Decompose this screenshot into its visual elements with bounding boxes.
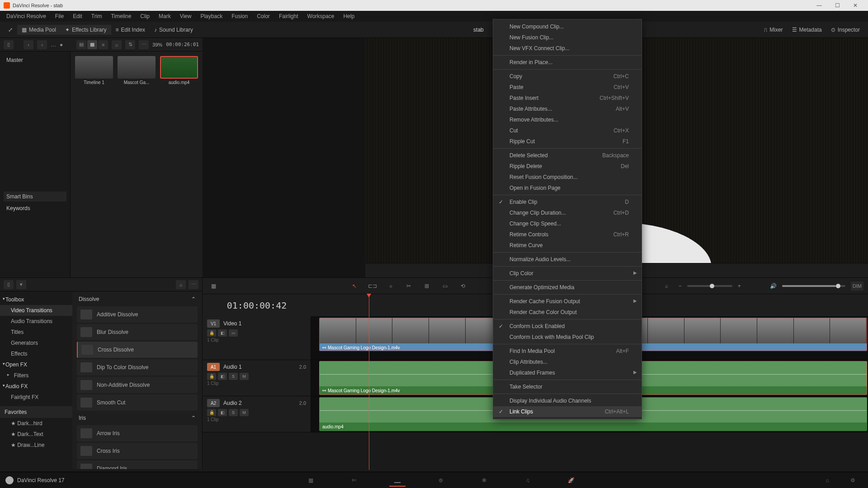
lock-button[interactable]: 🔒 — [207, 329, 216, 337]
favorite-item[interactable]: ★ Dark...Text — [0, 429, 72, 440]
fx-options-button[interactable]: ⋯ — [189, 280, 198, 289]
menu-edit[interactable]: Edit — [68, 11, 87, 22]
trim-tool[interactable]: ⊏⊐ — [366, 281, 379, 291]
deliver-page-button[interactable]: 🚀 — [563, 474, 579, 487]
context-menu-item[interactable]: Remove Attributes... — [493, 114, 642, 125]
nav-fwd-button[interactable]: › — [37, 40, 47, 49]
fx-category[interactable]: Iris⌃ — [74, 412, 200, 424]
context-menu-item[interactable]: Open in Fusion Page — [493, 183, 642, 193]
lock-button[interactable]: 🔒 — [207, 373, 216, 380]
video-transitions-node[interactable]: Video Transitions — [0, 305, 72, 316]
context-menu-item[interactable]: Delete SelectedBackspace — [493, 150, 642, 161]
fusion-page-button[interactable]: ⊚ — [433, 474, 449, 487]
disable-button[interactable]: ▭ — [229, 329, 238, 337]
menu-mark[interactable]: Mark — [154, 11, 175, 22]
selection-tool[interactable]: ↖ — [348, 281, 361, 291]
context-menu-item[interactable]: Clip Attributes... — [493, 357, 642, 367]
menu-davinci[interactable]: DaVinci Resolve — [2, 11, 51, 22]
metadata-toggle[interactable]: ☰Metadata — [788, 25, 826, 35]
track-tag[interactable]: V1 — [207, 319, 220, 328]
context-menu-item[interactable]: Duplicated Frames▶ — [493, 367, 642, 378]
fx-preset[interactable]: Blur Dissolve — [77, 324, 198, 340]
context-menu-item[interactable]: Clip Color▶ — [493, 268, 642, 279]
context-menu-item[interactable]: ✓Enable ClipD — [493, 197, 642, 207]
metadata-view-button[interactable]: ▤ — [76, 40, 86, 49]
media-pool-toggle[interactable]: ▦Media Pool — [17, 25, 61, 35]
fx-preset[interactable]: Cross Dissolve — [77, 342, 198, 358]
favorite-item[interactable]: ★ Draw...Line — [0, 440, 72, 450]
context-menu-item[interactable]: Render Cache Color Output — [493, 307, 642, 318]
effects-node[interactable]: Effects — [0, 348, 72, 359]
mute-button[interactable]: M — [240, 409, 249, 416]
context-menu-item[interactable]: Ripple CutF1 — [493, 136, 642, 147]
context-menu-item[interactable]: ✓Conform Lock Enabled — [493, 321, 642, 332]
menu-help[interactable]: Help — [339, 11, 359, 22]
replace-tool[interactable]: ⟲ — [457, 281, 469, 291]
mute-button[interactable]: M — [240, 373, 249, 380]
menu-view[interactable]: View — [175, 11, 196, 22]
menu-file[interactable]: File — [51, 11, 68, 22]
context-menu-item[interactable]: Conform Lock with Media Pool Clip — [493, 332, 642, 343]
edit-index-toggle[interactable]: ≡Edit Index — [111, 25, 150, 35]
dynamic-trim-tool[interactable]: ⟐ — [384, 281, 397, 291]
fx-preset[interactable]: Cross Iris — [77, 443, 198, 459]
context-menu-item[interactable]: CutCtrl+X — [493, 125, 642, 136]
ellipsis-icon[interactable]: … — [51, 42, 56, 48]
auto-select-button[interactable]: ◧ — [218, 373, 227, 380]
audio-transitions-node[interactable]: Audio Transitions — [0, 316, 72, 327]
context-menu-item[interactable]: PasteCtrl+V — [493, 82, 642, 93]
context-menu-item[interactable]: Display Individual Audio Channels — [493, 395, 642, 406]
filters-node[interactable]: ▸ Filters — [0, 370, 72, 381]
menu-fusion[interactable]: Fusion — [227, 11, 252, 22]
search-button[interactable]: ⌕ — [112, 40, 122, 49]
menu-fairlight[interactable]: Fairlight — [274, 11, 303, 22]
context-menu-item[interactable]: Take Selector — [493, 381, 642, 392]
context-menu-item[interactable]: ✓Link ClipsCtrl+Alt+L — [493, 406, 642, 417]
context-menu-item[interactable]: Normalize Audio Levels... — [493, 254, 642, 265]
thumbnail-view-button[interactable]: ▦ — [87, 40, 97, 49]
context-menu-item[interactable]: Paste InsertCtrl+Shift+V — [493, 93, 642, 103]
context-menu-item[interactable]: Find In Media PoolAlt+F — [493, 346, 642, 357]
context-menu-item[interactable]: Change Clip Duration...Ctrl+D — [493, 207, 642, 218]
context-menu-item[interactable]: Retime Curve — [493, 240, 642, 251]
clip-thumbnail[interactable]: audio.mp4 — [160, 56, 198, 85]
edit-page-button[interactable]: ⎯⎯ — [389, 474, 406, 487]
menu-clip[interactable]: Clip — [136, 11, 154, 22]
snap-button[interactable]: ⌕ — [660, 281, 673, 291]
fx-category[interactable]: Dissolve⌃ — [74, 293, 200, 305]
favorites-header[interactable]: Favorites — [0, 406, 72, 418]
clip-thumbnail[interactable]: Timeline 1 — [75, 56, 113, 85]
cut-page-button[interactable]: ✄ — [346, 474, 362, 487]
solo-button[interactable]: S — [229, 373, 238, 380]
inspector-toggle[interactable]: ⊙Inspector — [826, 25, 864, 35]
menu-playback[interactable]: Playback — [196, 11, 227, 22]
fairlight-page-button[interactable]: ♫ — [519, 474, 536, 487]
favorite-item[interactable]: ★ Dark...hird — [0, 418, 72, 429]
auto-select-button[interactable]: ◧ — [218, 409, 227, 416]
insert-tool[interactable]: ⊞ — [420, 281, 433, 291]
mixer-toggle[interactable]: ⎍Mixer — [760, 25, 787, 35]
menu-trim[interactable]: Trim — [87, 11, 107, 22]
zoom-out-icon[interactable]: − — [679, 283, 682, 289]
fx-preset[interactable]: Dip To Color Dissolve — [77, 359, 198, 375]
playhead[interactable] — [369, 294, 369, 470]
keywords-bin[interactable]: Keywords — [4, 203, 66, 213]
audiofx-node[interactable]: ▾Audio FX — [0, 381, 72, 392]
context-menu-item[interactable]: Render Cache Fusion Output▶ — [493, 296, 642, 307]
fx-search-button[interactable]: ⌕ — [176, 280, 186, 289]
timeline-view-button[interactable]: ▦ — [207, 281, 220, 291]
context-menu-item[interactable]: New Fusion Clip... — [493, 32, 642, 43]
pool-options-button[interactable]: ⋯ — [139, 40, 149, 49]
context-menu-item[interactable]: Retime ControlsCtrl+R — [493, 229, 642, 240]
home-button[interactable]: ⌂ — [819, 474, 835, 487]
dim-button[interactable]: DIM — [851, 282, 863, 291]
sort-button[interactable]: ⇅ — [125, 40, 135, 49]
track-header[interactable]: A1Audio 12.0 🔒◧SM 1 Clip — [203, 360, 311, 396]
media-page-button[interactable]: ▦ — [302, 474, 319, 487]
minimize-button[interactable]: — — [810, 0, 828, 11]
smart-bins-header[interactable]: Smart Bins — [4, 192, 66, 202]
clip-thumbnail[interactable]: Mascot Ga... — [118, 56, 156, 85]
overwrite-tool[interactable]: ▭ — [439, 281, 451, 291]
track-tag[interactable]: A1 — [207, 363, 220, 371]
color-page-button[interactable]: ✻ — [476, 474, 492, 487]
